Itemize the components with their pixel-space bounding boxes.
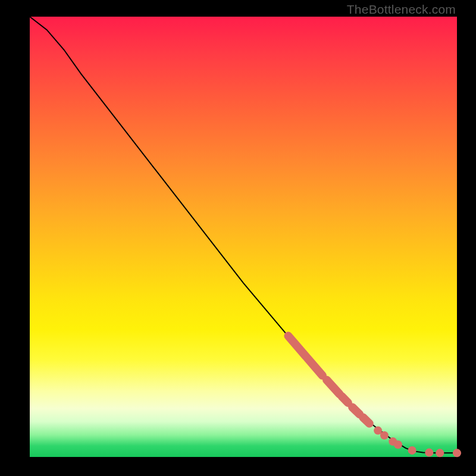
- highlight-segment: [363, 417, 369, 423]
- data-point: [408, 446, 416, 455]
- highlight-segment: [342, 396, 348, 403]
- plot-area: [30, 17, 457, 457]
- highlight-segment: [327, 380, 340, 394]
- attribution-text: TheBottleneck.com: [347, 2, 456, 17]
- data-point: [425, 449, 433, 457]
- bottleneck-curve: [30, 17, 457, 453]
- highlight-segments: [288, 336, 369, 424]
- data-point: [394, 440, 402, 449]
- chart-frame: TheBottleneck.com: [0, 0, 476, 476]
- highlight-segment: [352, 407, 359, 414]
- data-point: [380, 431, 389, 440]
- data-point: [453, 449, 461, 457]
- plot-svg: [30, 17, 457, 457]
- highlight-segment: [288, 336, 322, 376]
- data-point: [436, 449, 444, 457]
